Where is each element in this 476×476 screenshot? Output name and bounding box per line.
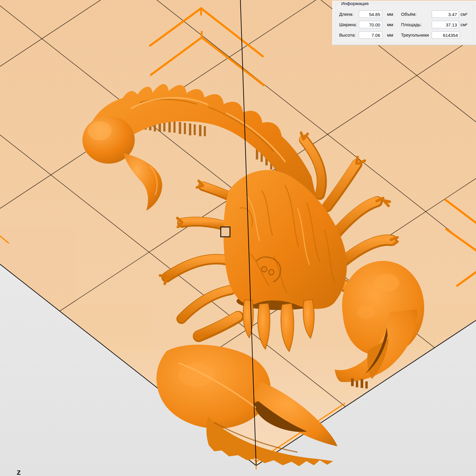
info-panel: Информация Длина: 54.85 мм Объём: 3.47 с… — [332, 1, 476, 45]
triangles-label: Треугольники — [401, 31, 429, 39]
area-label: Площадь: — [401, 21, 422, 29]
width-label: Ширина: — [339, 21, 357, 29]
axis-x-label: x — [43, 474, 48, 476]
info-group-box: Информация Длина: 54.85 мм Объём: 3.47 с… — [336, 3, 473, 43]
slicer-3d-viewport[interactable]: z x Информация Длина: 54.85 мм Объём: 3.… — [0, 0, 476, 476]
width-field[interactable]: 70.00 — [359, 21, 382, 28]
height-unit: мм — [387, 31, 393, 39]
width-unit: мм — [387, 21, 393, 29]
eye-left — [262, 267, 267, 272]
height-field[interactable]: 7.06 — [359, 31, 382, 39]
area-field[interactable]: 37.13 — [432, 21, 459, 28]
volume-field[interactable]: 3.47 — [432, 10, 459, 18]
volume-label: Объём: — [401, 10, 416, 18]
eye-right — [269, 270, 274, 275]
area-unit: см² — [461, 21, 467, 29]
length-label: Длина: — [339, 10, 353, 18]
axis-z-label: z — [17, 467, 21, 476]
scene-canvas[interactable]: z x — [0, 0, 476, 476]
height-label: Высота: — [339, 31, 356, 39]
length-field[interactable]: 54.85 — [359, 10, 382, 18]
volume-unit: см³ — [461, 10, 467, 18]
length-unit: мм — [387, 10, 393, 18]
info-panel-title: Информация — [340, 1, 370, 6]
origin-marker — [221, 227, 230, 237]
triangles-field[interactable]: 614354 — [432, 31, 460, 39]
